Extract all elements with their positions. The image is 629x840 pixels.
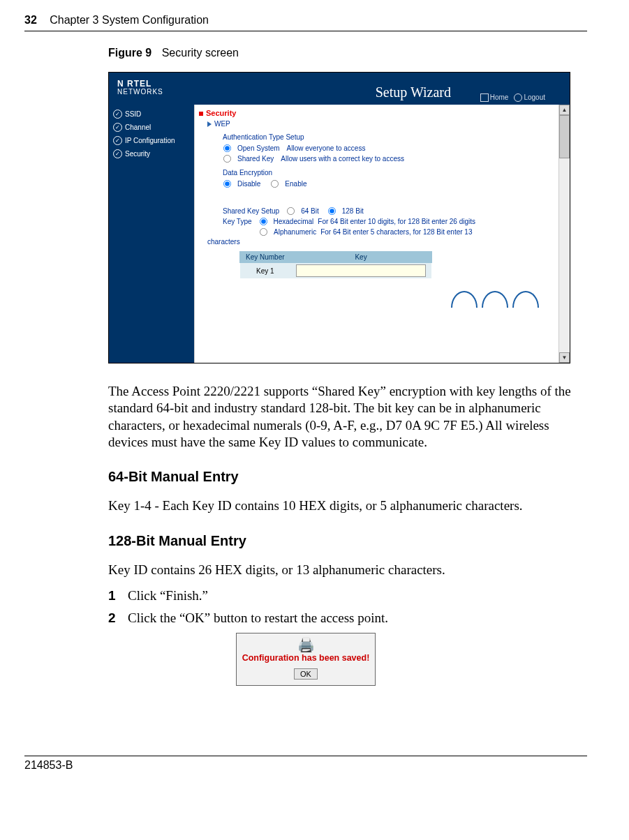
auth-open-row: Open System Allow everyone to access bbox=[223, 144, 567, 153]
footer-docid: 214853-B bbox=[24, 756, 587, 772]
scroll-thumb[interactable] bbox=[559, 115, 570, 158]
figure-title: Security screen bbox=[162, 47, 239, 59]
home-link[interactable]: Home bbox=[480, 93, 509, 102]
group-wep: WEP bbox=[207, 120, 567, 128]
heading-128bit: 128-Bit Manual Entry bbox=[108, 533, 587, 549]
nav-circle-icon[interactable] bbox=[451, 291, 478, 308]
key1-input[interactable] bbox=[296, 264, 426, 277]
sidebar-item-channel[interactable]: ✓Channel bbox=[109, 121, 194, 134]
confirmation-text: Configuration has been saved! bbox=[239, 653, 372, 663]
col-keynumber: Key Number bbox=[240, 252, 291, 263]
heading-64bit: 64-Bit Manual Entry bbox=[108, 469, 587, 485]
scroll-down-icon[interactable]: ▼ bbox=[559, 352, 570, 363]
section-heading: Security bbox=[199, 109, 567, 117]
sidebar-item-ipconfig[interactable]: ✓IP Configuration bbox=[109, 134, 194, 147]
dataenc-heading: Data Encryption bbox=[223, 169, 567, 177]
body-paragraph-1: The Access Point 2220/2221 supports “Sha… bbox=[108, 383, 587, 451]
table-row: Key 1 bbox=[240, 263, 432, 279]
col-key: Key bbox=[290, 252, 431, 263]
paragraph-64bit: Key 1-4 - Each Key ID contains 10 HEX di… bbox=[108, 497, 587, 514]
brand-logo: N RTEL NETWORKS bbox=[117, 80, 163, 96]
kt-alpha-radio[interactable] bbox=[260, 228, 267, 236]
sk-64-radio[interactable] bbox=[287, 207, 295, 215]
scroll-up-icon[interactable]: ▲ bbox=[559, 105, 570, 115]
page-number: 32 bbox=[24, 14, 37, 26]
alert-icon: 🖨️ bbox=[239, 638, 372, 652]
check-icon: ✓ bbox=[113, 123, 122, 132]
key-table: Key Number Key Key 1 bbox=[239, 251, 432, 278]
enc-enable-radio[interactable] bbox=[271, 180, 279, 188]
scrollbar[interactable]: ▲ ▼ bbox=[558, 105, 570, 363]
auth-open-radio[interactable] bbox=[223, 144, 231, 152]
check-icon: ✓ bbox=[113, 110, 122, 119]
keytype-wrap: characters bbox=[207, 238, 567, 246]
sidebar-item-security[interactable]: ✓Security bbox=[109, 147, 194, 160]
list-item: 1Click “Finish.” bbox=[108, 588, 587, 603]
triangle-icon bbox=[207, 121, 212, 127]
app-banner: N RTEL NETWORKS Setup Wizard Home Logout bbox=[109, 73, 570, 105]
auth-shared-row: Shared Key Allow users with a correct ke… bbox=[223, 154, 567, 163]
nav-circles bbox=[198, 278, 567, 308]
confirmation-dialog: 🖨️ Configuration has been saved! OK bbox=[236, 633, 376, 686]
paragraph-128bit: Key ID contains 26 HEX digits, or 13 alp… bbox=[108, 562, 587, 578]
keytype-hex-row: Key Type Hexadecimal For 64 Bit enter 10… bbox=[223, 217, 567, 226]
sk-128-radio[interactable] bbox=[328, 207, 336, 215]
figure-label: Figure 9 bbox=[108, 47, 151, 59]
screenshot-security: N RTEL NETWORKS Setup Wizard Home Logout… bbox=[108, 72, 570, 363]
logout-icon bbox=[514, 93, 522, 102]
key-number-cell: Key 1 bbox=[240, 263, 291, 279]
chapter-title: Chapter 3 System Configuration bbox=[50, 14, 209, 26]
check-icon: ✓ bbox=[113, 149, 122, 158]
auth-shared-radio[interactable] bbox=[223, 155, 231, 163]
enc-disable-radio[interactable] bbox=[223, 180, 231, 188]
keytype-alpha-row: Alphanumeric For 64 Bit enter 5 characte… bbox=[259, 227, 567, 237]
sharedkey-row: Shared Key Setup 64 Bit 128 Bit bbox=[223, 207, 567, 216]
steps-list: 1Click “Finish.” 2Click the “OK” button … bbox=[108, 588, 587, 626]
wizard-content: Security WEP Authentication Type Setup O… bbox=[194, 105, 570, 363]
ok-button[interactable]: OK bbox=[294, 668, 318, 680]
sidebar-item-ssid[interactable]: ✓SSID bbox=[109, 107, 194, 121]
auth-heading: Authentication Type Setup bbox=[223, 133, 567, 141]
list-item: 2Click the “OK” button to restart the ac… bbox=[108, 610, 587, 626]
wizard-title: Setup Wizard bbox=[376, 84, 451, 100]
logout-link[interactable]: Logout bbox=[514, 93, 545, 102]
nav-circle-icon[interactable] bbox=[482, 291, 508, 308]
running-head: 32 Chapter 3 System Configuration bbox=[24, 14, 587, 31]
figure-caption: Figure 9 Security screen bbox=[108, 47, 587, 59]
kt-hex-radio[interactable] bbox=[259, 218, 267, 225]
nav-circle-icon[interactable] bbox=[512, 291, 539, 308]
dataenc-row: Disable Enable bbox=[223, 179, 567, 188]
wizard-sidebar: ✓SSID ✓Channel ✓IP Configuration ✓Securi… bbox=[109, 105, 194, 363]
home-icon bbox=[480, 93, 489, 102]
check-icon: ✓ bbox=[113, 136, 122, 145]
